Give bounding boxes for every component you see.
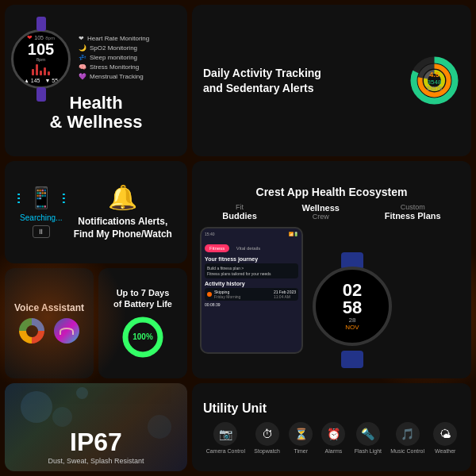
- journey-title: Your fitness journey: [205, 256, 298, 262]
- crest-categories: Fit Buddies Wellness Crew Custom Fitness…: [200, 203, 463, 221]
- crest-app-card: Crest App Health Ecosystem Fit Buddies W…: [192, 161, 471, 378]
- camera-icon: 📷: [213, 422, 237, 446]
- battery-title2: of Battery Life: [113, 298, 172, 309]
- health-features-list: ❤Heart Rate Monitoring 🌙SpO2 Monitoring …: [79, 35, 181, 83]
- ip67-card: IP67 Dust, Sweat, Splash Resistant: [5, 383, 187, 471]
- health-title-sub: & Wellness: [11, 113, 181, 132]
- phone-mockup: 15:40 📶🔋 Fitness Vital details Your fitn…: [200, 227, 303, 354]
- ring-num3: 23578: [427, 86, 442, 91]
- notif-text: Notifications Alerts, Find My Phone/Watc…: [74, 216, 172, 240]
- utility-flashlight: 🔦 Flash Light: [355, 422, 382, 454]
- alarms-icon: ⏰: [321, 422, 345, 446]
- activity-title: Daily Activity Tracking and Sedentary Al…: [203, 66, 330, 94]
- notif-line2: Find My Phone/Watch: [74, 228, 172, 241]
- utility-stopwatch: ⏱ Stopwatch: [254, 422, 280, 454]
- searching-text: Searching...: [20, 213, 62, 222]
- utility-camera: 📷 Camera Control: [206, 422, 245, 454]
- activity-history-title: Activity history: [205, 281, 298, 286]
- voice-title: Voice Assistant: [14, 302, 84, 313]
- music-icon: 🎵: [396, 422, 420, 446]
- watch-min: 58: [343, 299, 362, 317]
- stat1-label: 145: [31, 78, 40, 83]
- ring-chart: 4.5 3548 23578: [409, 55, 460, 106]
- plan-desc: Fitness plans tailored for your needs: [207, 271, 296, 277]
- flashlight-icon: 🔦: [356, 422, 380, 446]
- ring-labels: 4.5 3548 23578: [409, 55, 460, 106]
- voice-icons: [19, 318, 79, 344]
- utility-weather: 🌤 Weather: [433, 422, 457, 454]
- utility-music: 🎵 Music Control: [390, 422, 424, 454]
- ring-num1: 4.5: [429, 71, 440, 79]
- bell-icon: 🔔: [108, 183, 137, 211]
- utility-icons-row: 📷 Camera Control ⏱ Stopwatch ⏳ Timer ⏰ A…: [203, 422, 460, 454]
- utility-title: Utility Unit: [203, 401, 267, 416]
- notif-line1: Notifications Alerts,: [74, 216, 172, 228]
- stat2-label: 55: [52, 78, 58, 83]
- ring-num2: 3548: [428, 79, 442, 86]
- ip67-rating: IP67: [48, 428, 144, 457]
- crest-title: Crest App Health Ecosystem: [200, 186, 463, 198]
- ip67-content: IP67 Dust, Sweat, Splash Resistant: [48, 428, 144, 465]
- row3-cards: Voice Assistant Up to 7 Days of Battery …: [5, 268, 187, 378]
- watch-face-health: ❤ 105 8pm 105 8pm ▲ 145 ▼ 55: [11, 29, 71, 89]
- watch-health-container: ❤ 105 8pm 105 8pm ▲ 145 ▼ 55: [11, 29, 181, 89]
- timer-icon: ⏳: [289, 422, 313, 446]
- ip67-desc: Dust, Sweat, Splash Resistant: [48, 457, 144, 465]
- battery-percent: 100%: [121, 315, 165, 359]
- battery-title1: Up to 7 Days: [113, 287, 172, 298]
- utility-alarms: ⏰ Alarms: [321, 422, 345, 454]
- weather-icon: 🌤: [433, 422, 457, 446]
- battery-card: Up to 7 Days of Battery Life 100%: [98, 268, 187, 378]
- google-assistant-icon: [19, 318, 44, 344]
- vital-tab: Vital details: [236, 246, 261, 251]
- notif-icons-row: 📱 Searching... ⏸ 🔔 Notifications Alerts,…: [14, 183, 178, 240]
- watch-hour: 02: [343, 282, 362, 299]
- activity-item-sub: Friday Morning: [214, 294, 240, 299]
- fitness-tab: Fitness: [205, 244, 229, 252]
- watch-date: 28: [349, 317, 356, 324]
- watch-mockup-crest: 02 58 28 NOV: [313, 267, 392, 346]
- activity-time: 11:04 AM: [274, 294, 296, 299]
- voice-assistant-card: Voice Assistant: [5, 268, 94, 378]
- stopwatch-icon: ⏱: [255, 422, 279, 446]
- watch-month: NOV: [345, 324, 359, 331]
- phone-vibrate-icon: 📱: [29, 186, 54, 210]
- battery-ring: 100%: [121, 315, 165, 359]
- utility-timer: ⏳ Timer: [289, 422, 313, 454]
- pause-button[interactable]: ⏸: [33, 225, 50, 238]
- activity-card: Daily Activity Tracking and Sedentary Al…: [192, 5, 471, 156]
- activity-timer: 00:08:39: [205, 302, 298, 308]
- notifications-card: 📱 Searching... ⏸ 🔔 Notifications Alerts,…: [5, 161, 187, 263]
- siri-icon: [54, 318, 79, 344]
- crest-app-display: 15:40 📶🔋 Fitness Vital details Your fitn…: [200, 227, 463, 354]
- health-wellness-card: ❤ 105 8pm 105 8pm ▲ 145 ▼ 55: [5, 5, 187, 156]
- utility-card: Utility Unit 📷 Camera Control ⏱ Stopwatc…: [192, 383, 471, 471]
